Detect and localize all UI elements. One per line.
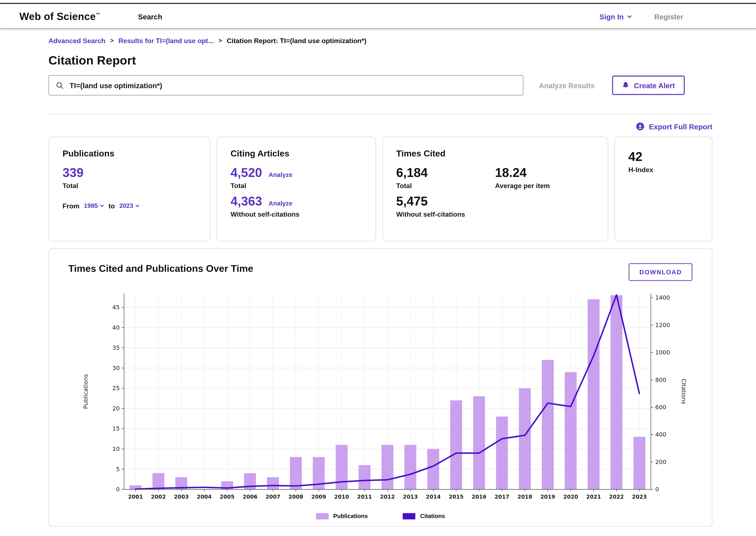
chevron-down-icon (627, 15, 632, 18)
svg-text:5: 5 (116, 466, 120, 473)
breadcrumb-separator: > (110, 37, 114, 44)
svg-text:30: 30 (112, 365, 120, 371)
trademark-symbol: ™ (96, 12, 100, 17)
search-box[interactable] (49, 75, 523, 95)
sign-in-label: Sign In (600, 13, 624, 21)
analyze-results-button[interactable]: Analyze Results (539, 81, 595, 89)
sign-in-button[interactable]: Sign In (600, 13, 632, 21)
wos-logo[interactable]: Web of Science™ (19, 11, 100, 22)
svg-text:400: 400 (655, 431, 666, 438)
svg-text:2021: 2021 (586, 494, 601, 500)
svg-text:20: 20 (112, 405, 120, 412)
svg-text:2003: 2003 (174, 494, 189, 500)
window-top-border (0, 3, 756, 4)
publications-card: Publications 339 Total From 1985 to 2023 (49, 137, 210, 241)
citing-analyze-link-2[interactable]: Analyze (269, 200, 292, 207)
to-label: to (109, 202, 115, 210)
svg-text:2015: 2015 (449, 494, 464, 500)
legend-citations-label: Citations (420, 513, 445, 519)
header-divider (0, 28, 756, 29)
chevron-down-icon (135, 204, 140, 207)
times-cited-total-value: 6,184 (396, 166, 495, 180)
times-cited-top-row: 6,184 Total 18.24 Average per item (396, 166, 594, 189)
times-cited-without: 5,475 Without self-citations (396, 194, 594, 218)
citing-without-row: 4,363 Analyze (230, 194, 361, 209)
svg-text:200: 200 (655, 458, 666, 465)
breadcrumb-results[interactable]: Results for TI=(land use opt... (119, 37, 214, 45)
citing-total-value: 4,520 (230, 165, 262, 180)
nav-search[interactable]: Search (138, 13, 162, 21)
svg-text:2012: 2012 (380, 494, 395, 500)
svg-text:15: 15 (112, 425, 120, 432)
search-input[interactable] (69, 81, 516, 90)
svg-text:2022: 2022 (609, 494, 624, 500)
svg-text:2005: 2005 (220, 494, 235, 500)
publications-total-value: 339 (62, 166, 196, 180)
svg-text:2020: 2020 (563, 494, 578, 500)
stats-cards: Publications 339 Total From 1985 to 2023 (49, 137, 712, 241)
download-button[interactable]: DOWNLOAD (629, 263, 693, 281)
svg-text:2016: 2016 (472, 494, 487, 500)
create-alert-label: Create Alert (634, 81, 675, 89)
section-divider (49, 114, 712, 115)
citing-without-label: Without self-citations (230, 210, 361, 218)
times-cited-card: Times Cited 6,184 Total 18.24 Average pe… (382, 137, 608, 241)
export-icon (636, 122, 645, 131)
wos-logo-text: Web of Science (19, 11, 96, 22)
svg-text:Citations: Citations (680, 379, 687, 404)
svg-text:0: 0 (116, 486, 120, 493)
svg-text:2010: 2010 (334, 494, 349, 500)
svg-text:600: 600 (655, 404, 666, 411)
breadcrumb-current: Citation Report: TI=(land use optimizati… (227, 37, 366, 45)
svg-text:45: 45 (112, 304, 120, 311)
citing-without-value: 4,363 (230, 194, 262, 208)
chart-title: Times Cited and Publications Over Time (68, 263, 253, 274)
breadcrumb-advanced-search[interactable]: Advanced Search (49, 37, 105, 45)
times-cited-avg-label: Average per item (495, 182, 594, 189)
citing-total-row: 4,520 Analyze (230, 166, 361, 180)
chart-header: Times Cited and Publications Over Time D… (68, 263, 692, 281)
breadcrumb-separator: > (219, 37, 222, 44)
chart-card: Times Cited and Publications Over Time D… (49, 248, 712, 527)
svg-text:2013: 2013 (403, 494, 418, 500)
from-year-select[interactable]: 1985 (84, 202, 104, 210)
publications-title: Publications (62, 149, 196, 159)
legend-publications: Publications (316, 513, 368, 519)
create-alert-button[interactable]: Create Alert (612, 76, 684, 95)
header-right: Sign In Register (600, 13, 683, 21)
svg-text:2002: 2002 (151, 494, 166, 500)
h-index-value: 42 (629, 150, 698, 164)
times-cited-total: 6,184 Total (396, 166, 495, 189)
svg-text:Publications: Publications (82, 374, 89, 409)
svg-text:2007: 2007 (265, 494, 280, 500)
svg-text:1200: 1200 (655, 322, 670, 328)
times-cited-avg-value: 18.24 (495, 166, 594, 180)
svg-text:2017: 2017 (495, 494, 509, 500)
svg-text:1000: 1000 (655, 349, 670, 356)
search-row: Analyze Results Create Alert (49, 75, 712, 95)
svg-text:40: 40 (112, 324, 120, 331)
times-cited-without-value: 5,475 (396, 194, 594, 209)
export-full-report-button[interactable]: Export Full Report (49, 122, 712, 131)
breadcrumb: Advanced Search > Results for TI=(land u… (49, 37, 712, 45)
header: Web of Science™ Search Sign In Register (0, 0, 756, 28)
register-button[interactable]: Register (654, 13, 683, 21)
page-title: Citation Report (49, 53, 712, 67)
svg-text:10: 10 (112, 446, 120, 452)
svg-text:2006: 2006 (243, 494, 258, 500)
chevron-down-icon (100, 204, 104, 207)
legend-publications-label: Publications (333, 513, 368, 519)
times-cited-average: 18.24 Average per item (495, 166, 594, 189)
svg-text:2014: 2014 (426, 494, 441, 500)
svg-text:2004: 2004 (197, 494, 212, 500)
citing-analyze-link[interactable]: Analyze (269, 171, 292, 178)
publications-range: From 1985 to 2023 (62, 202, 196, 210)
citations-swatch (403, 513, 415, 519)
to-year-select[interactable]: 2023 (119, 202, 140, 210)
svg-text:25: 25 (112, 385, 120, 391)
times-cited-total-label: Total (396, 182, 495, 189)
svg-text:800: 800 (655, 377, 666, 383)
from-label: From (62, 202, 80, 210)
citing-articles-title: Citing Articles (230, 149, 361, 159)
times-cited-without-label: Without self-citations (396, 210, 594, 218)
